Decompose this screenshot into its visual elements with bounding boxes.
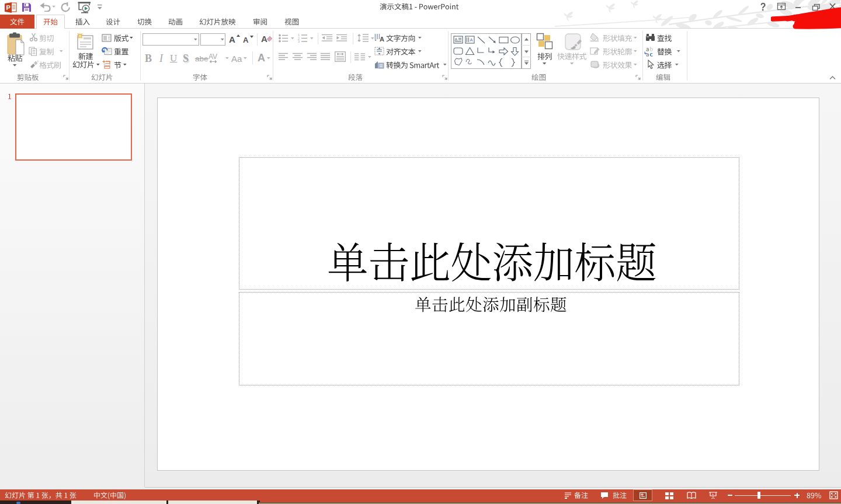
svg-text:A: A	[261, 34, 267, 44]
svg-text:A: A	[455, 37, 458, 41]
svg-text:P: P	[6, 4, 11, 11]
svg-text:A: A	[380, 36, 384, 42]
svg-text:3: 3	[298, 40, 300, 43]
svg-text:AV: AV	[208, 53, 217, 61]
svg-text:A: A	[470, 37, 473, 43]
